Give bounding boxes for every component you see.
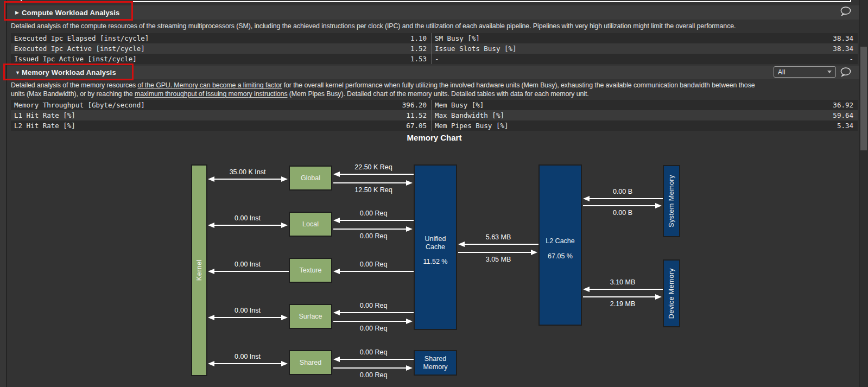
edge-label-l2-devmem-out: 2.19 MB: [610, 300, 636, 308]
metric-name: SM Busy [%]: [432, 33, 833, 43]
node-system-memory: System Memory: [663, 165, 680, 237]
filter-dropdown[interactable]: All: [774, 66, 836, 78]
filter-dropdown-value: All: [778, 68, 785, 76]
memory-description: Detailed analysis of the memory resource…: [11, 81, 853, 98]
edge-label-shared-out: 0.00 Req: [360, 371, 388, 379]
node-shared-memory-label: Shared Memory: [423, 355, 447, 371]
node-global-label: Global: [301, 174, 320, 182]
edge-label-unified-l2-out: 3.05 MB: [486, 256, 511, 263]
vertical-scrollbar-thumb[interactable]: [860, 47, 867, 150]
edge-label-kernel-local: 0.00 Inst: [235, 214, 261, 222]
metric-name: Issue Slots Busy [%]: [432, 43, 833, 54]
annotation-box-compute: [4, 1, 133, 21]
metric-name: L1 Hit Rate [%]: [11, 110, 406, 120]
description-text: units (Max Bandwidth), or by reaching th…: [11, 90, 135, 98]
edge-label-kernel-global: 35.00 K Inst: [230, 168, 266, 176]
metric-name: Mem Busy [%]: [432, 100, 833, 110]
metric-name: Executed Ipc Elapsed [inst/cycle]: [11, 33, 410, 43]
edge-label-kernel-surface: 0.00 Inst: [235, 307, 261, 314]
edge-label-kernel-texture: 0.00 Inst: [235, 261, 261, 268]
node-l2-cache: L2 Cache 67.05 %: [538, 164, 582, 326]
node-unified-cache: Unified Cache 11.52 %: [414, 164, 457, 330]
edge-label-shared-in: 0.00 Req: [360, 348, 388, 356]
comment-icon[interactable]: [840, 67, 852, 77]
metric-name: Executed Ipc Active [inst/cycle]: [11, 43, 410, 54]
node-system-memory-label: System Memory: [668, 175, 676, 227]
annotation-box-memory: [3, 64, 134, 80]
node-texture: Texture: [289, 258, 332, 283]
node-shared-label: Shared: [300, 359, 321, 367]
node-surface-label: Surface: [299, 313, 322, 321]
edge-label-l2-sysmem-in: 0.00 B: [613, 188, 632, 195]
metric-value: 67.05: [406, 120, 431, 131]
node-shared: Shared: [289, 350, 332, 375]
description-text: (Mem Pipes Busy). Detailed chart of the …: [287, 90, 588, 98]
metric-name: -: [432, 54, 849, 64]
node-l2-cache-value: 67.05 %: [540, 252, 581, 261]
metric-value: 1.10: [410, 33, 431, 43]
node-surface: Surface: [289, 304, 332, 329]
table-row: L2 Hit Rate [%]67.05Mem Pipes Busy [%]5.…: [11, 120, 858, 131]
edge-label-unified-l2-in: 5.63 MB: [486, 233, 511, 241]
metric-value: -: [849, 54, 858, 64]
edge-label-l2-devmem-in: 3.10 MB: [610, 278, 636, 286]
node-device-memory-label: Device Memory: [668, 268, 676, 319]
node-unified-cache-value: 11.52 %: [415, 258, 456, 266]
section-header-compute[interactable]: ▶ Compute Workload Analysis: [7, 5, 859, 20]
description-text: for the overall kernel performance when …: [282, 81, 755, 89]
node-local-label: Local: [302, 220, 319, 229]
metric-value: 5.34: [837, 120, 858, 131]
description-text: Detailed analysis of the memory resource…: [11, 81, 137, 89]
metric-value: 36.92: [833, 100, 858, 110]
metric-value: 396.20: [402, 100, 431, 110]
node-l2-cache-label: L2 Cache: [540, 237, 581, 245]
table-row: Executed Ipc Active [inst/cycle]1.52Issu…: [11, 43, 858, 54]
edge-label-l2-sysmem-out: 0.00 B: [613, 209, 632, 217]
left-gutter: [0, 0, 6, 387]
edge-label-global-out: 12.50 K Req: [354, 186, 392, 194]
description-text: maximum throughput of issuing memory ins…: [135, 90, 288, 98]
edge-label-surface-in: 0.00 Req: [360, 302, 388, 309]
edge-label-surface-out: 0.00 Req: [360, 325, 388, 332]
node-kernel-label: Kernel: [195, 259, 204, 281]
node-shared-memory: Shared Memory: [414, 350, 457, 376]
edge-label-global-in: 22.50 K Req: [354, 163, 392, 171]
node-texture-label: Texture: [300, 267, 322, 275]
metric-name: Issued Ipc Active [inst/cycle]: [11, 54, 410, 64]
memory-chart-title: Memory Chart: [407, 133, 462, 142]
section-header-memory[interactable]: ▼ Memory Workload Analysis: [7, 66, 859, 79]
table-row: L1 Hit Rate [%]11.52Max Bandwidth [%]59.…: [11, 110, 858, 120]
metric-value: 11.52: [406, 110, 431, 120]
metric-table-compute: Executed Ipc Elapsed [inst/cycle]1.10SM …: [11, 33, 858, 64]
dropdown-caret-icon: [827, 71, 832, 73]
left-gutter-divider: [6, 0, 7, 387]
previous-section-border: [21, 0, 851, 2]
node-device-memory: Device Memory: [663, 259, 680, 327]
edge-label-texture-in: 0.00 Req: [360, 261, 388, 268]
metric-value: 1.52: [410, 43, 431, 54]
compute-description: Detailed analysis of the compute resourc…: [11, 22, 853, 30]
description-text: of the GPU. Memory can become a limiting…: [137, 81, 282, 89]
table-row: Executed Ipc Elapsed [inst/cycle]1.10SM …: [11, 33, 858, 43]
metric-value: 1.53: [410, 54, 431, 64]
metric-value: 38.34: [833, 43, 858, 54]
table-row: Memory Throughput [Gbyte/second]396.20Me…: [11, 100, 858, 110]
node-unified-cache-label: Unified Cache: [415, 235, 456, 251]
table-row: Issued Ipc Active [inst/cycle]1.53--: [11, 54, 858, 64]
node-global: Global: [289, 166, 332, 191]
metric-table-memory: Memory Throughput [Gbyte/second]396.20Me…: [11, 100, 858, 131]
metric-name: L2 Hit Rate [%]: [11, 120, 406, 131]
edge-label-kernel-shared: 0.00 Inst: [235, 353, 261, 360]
metric-value: 59.64: [833, 110, 858, 120]
edge-label-local-out: 0.00 Req: [360, 232, 388, 240]
metric-name: Max Bandwidth [%]: [432, 110, 833, 120]
node-kernel: Kernel: [191, 164, 207, 376]
metric-value: 38.34: [833, 33, 858, 43]
edge-label-local-in: 0.00 Req: [360, 210, 388, 217]
node-local: Local: [289, 212, 332, 237]
metric-name: Mem Pipes Busy [%]: [432, 120, 837, 131]
metric-name: Memory Throughput [Gbyte/second]: [11, 100, 402, 110]
comment-icon[interactable]: [840, 7, 852, 16]
